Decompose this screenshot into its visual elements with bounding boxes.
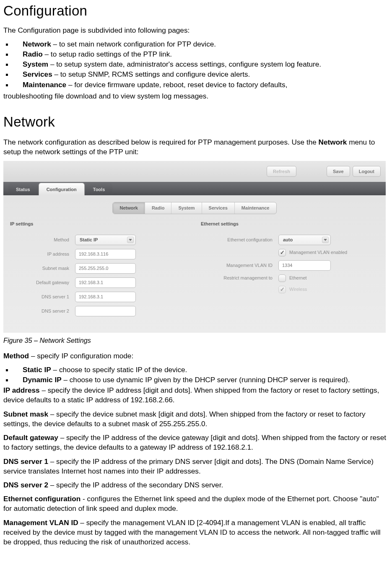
logout-button[interactable]: Logout xyxy=(353,166,381,177)
item-name: Radio xyxy=(23,50,43,58)
subtab-system[interactable]: System xyxy=(171,202,202,214)
list-item: Radio – to setup radio settings of the P… xyxy=(5,49,389,59)
item-desc: – to setup radio settings of the PTP lin… xyxy=(43,50,172,58)
network-intro-text-1: The network configuration as described b… xyxy=(3,138,319,146)
vlan-enabled-label: Management VLAN enabled xyxy=(289,249,347,256)
def-desc: – specify the device subnet mask [digit … xyxy=(3,410,366,428)
chevron-down-icon xyxy=(322,237,329,243)
def-vlan-id: Management VLAN ID – specify the managem… xyxy=(3,518,389,547)
def-gateway: Default gateway – specify the IP address… xyxy=(3,433,389,452)
default-gateway-label: Default gateway xyxy=(10,280,75,286)
item-desc: – to setup SNMP, RCMS settings and confi… xyxy=(52,70,250,78)
dns1-label: DNS server 1 xyxy=(10,294,75,300)
item-name: System xyxy=(23,60,48,68)
ip-settings-title: IP settings xyxy=(10,221,188,227)
chevron-down-icon xyxy=(127,237,134,243)
list-item: Network – to set main network configurat… xyxy=(5,39,389,49)
heading-configuration: Configuration xyxy=(3,2,389,21)
item-desc: – to set main network configuration for … xyxy=(51,40,216,48)
list-item: System – to setup system date, administr… xyxy=(5,60,389,69)
def-eth-config: Ethernet configuration - configures the … xyxy=(3,494,389,513)
item-desc: – choose to use dynamic IP given by the … xyxy=(62,375,350,384)
def-desc: – specify the IP address of the device g… xyxy=(3,433,386,451)
def-term: Management VLAN ID xyxy=(3,518,78,527)
def-term: Ethernet configuration xyxy=(3,495,80,503)
item-name: Dynamic IP xyxy=(23,375,62,384)
list-item: Dynamic IP – choose to use dynamic IP gi… xyxy=(5,375,389,385)
item-desc: – choose to specify static IP of the dev… xyxy=(51,365,187,374)
def-desc: – specify the device IP address [digit a… xyxy=(3,386,379,404)
vlan-id-input[interactable]: 1334 xyxy=(278,260,331,271)
def-term: DNS server 1 xyxy=(3,457,48,466)
ethernet-settings-panel: Ethernet settings Ethernet configuration… xyxy=(201,221,379,320)
network-intro: The network configuration as described b… xyxy=(3,137,389,157)
def-method: Method – specify IP configuration mode: xyxy=(3,351,389,361)
def-dns1: DNS server 1 – specify the IP address of… xyxy=(3,457,389,476)
ip-settings-panel: IP settings Method Static IP IP address … xyxy=(10,221,188,320)
dns2-label: DNS server 2 xyxy=(10,308,75,314)
restrict-label: Restrict management to xyxy=(201,275,278,281)
maintenance-continued: troubleshooting file download and to vie… xyxy=(3,91,389,101)
network-settings-screenshot: Refresh Save Logout Status Configuration… xyxy=(3,161,386,333)
list-item: Static IP – choose to specify static IP … xyxy=(5,365,389,375)
list-item: Maintenance – for device firmware update… xyxy=(5,80,389,90)
eth-config-value: auto xyxy=(283,237,293,243)
refresh-button[interactable]: Refresh xyxy=(267,166,296,177)
heading-network: Network xyxy=(3,113,389,132)
eth-config-label: Ethernet configuration xyxy=(201,237,278,243)
subtab-radio[interactable]: Radio xyxy=(145,202,172,214)
eth-config-select[interactable]: auto xyxy=(278,235,331,245)
vlan-enabled-checkbox[interactable] xyxy=(278,249,286,256)
restrict-wireless-label: Wireless xyxy=(289,286,307,293)
subtab-network[interactable]: Network xyxy=(113,202,145,214)
configuration-intro: The Configuration page is subdivided int… xyxy=(3,26,389,35)
method-value: Static IP xyxy=(80,237,98,243)
item-name: Maintenance xyxy=(23,80,66,89)
ui-body: Network Radio System Services Maintenanc… xyxy=(3,195,386,333)
def-dns2: DNS server 2 – specify the IP address of… xyxy=(3,480,389,490)
def-desc: – specify IP configuration mode: xyxy=(29,352,133,360)
restrict-ethernet-checkbox[interactable] xyxy=(278,274,286,282)
def-ip-address: IP address – specify the device IP addre… xyxy=(3,386,389,405)
item-desc: – for device firmware update, reboot, re… xyxy=(66,80,287,89)
list-item: Services – to setup SNMP, RCMS settings … xyxy=(5,70,389,79)
def-term: IP address xyxy=(3,386,40,394)
figure-caption: Figure 35 – Network Settings xyxy=(3,336,389,345)
def-term: Subnet mask xyxy=(3,410,48,418)
item-name: Services xyxy=(23,70,52,78)
main-tab-bar: Status Configuration Tools xyxy=(3,182,386,195)
ui-topbar: Refresh Save Logout xyxy=(3,161,386,182)
def-term: Method xyxy=(3,352,29,360)
subnet-mask-input[interactable]: 255.255.255.0 xyxy=(75,263,136,274)
dns1-input[interactable]: 192.168.3.1 xyxy=(75,292,136,302)
def-term: Default gateway xyxy=(3,433,58,442)
tab-configuration[interactable]: Configuration xyxy=(39,183,85,195)
configuration-pages-list: Network – to set main network configurat… xyxy=(3,39,389,90)
method-label: Method xyxy=(10,237,75,243)
dns2-input[interactable] xyxy=(75,306,136,316)
default-gateway-input[interactable]: 192.168.3.1 xyxy=(75,277,136,288)
subtab-maintenance[interactable]: Maintenance xyxy=(235,202,276,214)
sub-tab-bar: Network Radio System Services Maintenanc… xyxy=(10,202,379,214)
item-desc: – to setup system date, administrator's … xyxy=(48,60,321,68)
save-button[interactable]: Save xyxy=(327,166,350,177)
item-name: Network xyxy=(23,40,51,48)
method-select[interactable]: Static IP xyxy=(75,235,136,245)
method-options-list: Static IP – choose to specify static IP … xyxy=(3,365,389,385)
ip-address-label: IP address xyxy=(10,251,75,257)
def-term: DNS server 2 xyxy=(3,481,48,489)
network-intro-bold: Network xyxy=(319,138,347,146)
tab-tools[interactable]: Tools xyxy=(86,183,113,195)
def-desc: – specify the IP address of the primary … xyxy=(3,457,374,475)
restrict-wireless-checkbox xyxy=(278,286,286,293)
def-subnet-mask: Subnet mask – specify the device subnet … xyxy=(3,409,389,429)
tab-status[interactable]: Status xyxy=(8,183,38,195)
subnet-mask-label: Subnet mask xyxy=(10,265,75,272)
vlan-id-label: Management VLAN ID xyxy=(201,262,278,269)
item-name: Static IP xyxy=(23,365,51,374)
ethernet-settings-title: Ethernet settings xyxy=(201,221,379,227)
subtab-services[interactable]: Services xyxy=(202,202,235,214)
restrict-ethernet-label: Ethernet xyxy=(289,275,307,281)
def-desc: – specify the IP address of the secondar… xyxy=(48,481,223,489)
ip-address-input[interactable]: 192.168.3.116 xyxy=(75,249,136,259)
